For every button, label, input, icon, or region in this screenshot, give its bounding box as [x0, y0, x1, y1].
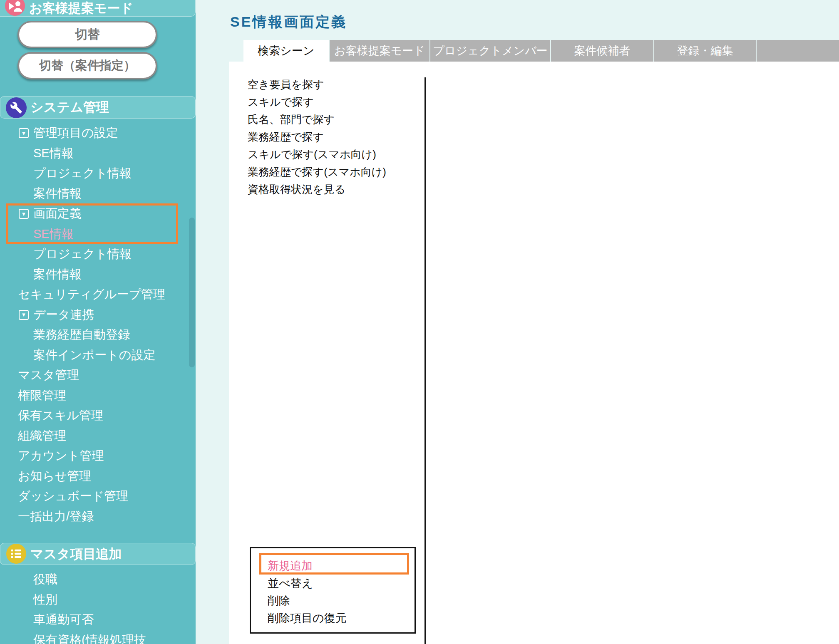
sidebar-item-label: 性別 [33, 592, 57, 608]
scene-item-find-by-name-department[interactable]: 氏名、部門で探す [248, 111, 386, 128]
master-items-section-title: マスタ項目追加 [30, 543, 122, 565]
sidebar-item-label: 案件情報 [33, 266, 82, 283]
sidebar-item-dashboard-admin[interactable]: ダッシュボード管理 [0, 486, 196, 507]
expander-down-icon[interactable]: ▼ [19, 128, 29, 138]
sidebar-section-system-admin[interactable]: システム管理 [0, 96, 196, 119]
sidebar-item-label: 管理項目の設定 [33, 125, 118, 141]
sidebar-item-label: 画面定義 [33, 206, 82, 222]
action-restore-deleted[interactable]: 削除項目の復元 [251, 609, 415, 627]
sidebar-item-label: マスタ管理 [18, 367, 79, 384]
sidebar-item-label: 役職 [33, 571, 57, 588]
sidebar-item-se-info-settings[interactable]: SE情報 [0, 144, 196, 164]
sidebar-item-gender[interactable]: 性別 [0, 590, 196, 610]
tab-search-scene[interactable]: 検索シーン [243, 40, 329, 62]
people-icon [5, 0, 25, 16]
content-divider-line [424, 77, 426, 644]
sidebar-item-data-linkage[interactable]: ▼ データ連携 [0, 305, 196, 325]
sidebar-item-se-info-screen-definition[interactable]: SE情報 [0, 224, 196, 245]
action-add-new[interactable]: 新規追加 [251, 557, 415, 575]
list-icon [6, 544, 26, 564]
sidebar-item-master-admin[interactable]: マスタ管理 [0, 365, 196, 386]
sidebar-section-customer-proposal[interactable]: お客様提案モード [0, 0, 196, 17]
master-items-menu: 役職 性別 車通勤可否 保有資格(情報処理技 [0, 570, 196, 644]
sidebar: お客様提案モード 切替 切替（案件指定） システム管理 ▼ 管理項目の設定 [0, 0, 196, 644]
sidebar-item-label: 車通勤可否 [33, 612, 94, 628]
sidebar-item-label: 権限管理 [18, 387, 66, 404]
sidebar-section-master-items[interactable]: マスタ項目追加 [0, 543, 196, 565]
sidebar-item-security-group-admin[interactable]: セキュリティグループ管理 [0, 285, 196, 305]
search-scene-list: 空き要員を探す スキルで探す 氏名、部門で探す 業務経歴で探す スキルで探す(ス… [248, 76, 386, 198]
scene-item-view-qualification-status[interactable]: 資格取得状況を見る [248, 181, 386, 198]
sidebar-item-organization-admin[interactable]: 組織管理 [0, 426, 196, 446]
tab-filler [757, 40, 839, 62]
tab-register-edit[interactable]: 登録・編集 [654, 40, 756, 62]
sidebar-item-label: データ連携 [33, 307, 94, 323]
sidebar-item-label: アカウント管理 [18, 448, 104, 464]
sidebar-item-case-info-screen-definition[interactable]: 案件情報 [0, 265, 196, 285]
sidebar-item-project-info-screen-definition[interactable]: プロジェクト情報 [0, 244, 196, 265]
sidebar-item-bulk-output-register[interactable]: 一括出力/登録 [0, 507, 196, 527]
sidebar-item-label: プロジェクト情報 [33, 246, 132, 263]
action-menu-box: 新規追加 並べ替え 削除 削除項目の復元 [250, 547, 416, 634]
sidebar-item-label: ダッシュボード管理 [18, 488, 128, 505]
tab-project-member[interactable]: プロジェクトメンバー [430, 40, 550, 62]
expander-down-icon[interactable]: ▼ [19, 310, 29, 320]
scene-item-find-by-skill[interactable]: スキルで探す [248, 93, 386, 111]
sidebar-item-project-info-settings[interactable]: プロジェクト情報 [0, 163, 196, 184]
wrench-icon [6, 97, 27, 118]
sidebar-scrollbar-thumb[interactable] [189, 218, 195, 367]
sidebar-item-label: セキュリティグループ管理 [18, 286, 165, 303]
page-title: SE情報画面定義 [230, 12, 347, 32]
sidebar-item-label: 案件インポートの設定 [33, 347, 155, 364]
sidebar-item-label: お知らせ管理 [18, 468, 91, 485]
scene-item-find-by-work-history[interactable]: 業務経歴で探す [248, 128, 386, 146]
sidebar-item-label: 保有資格(情報処理技 [33, 632, 146, 644]
sidebar-item-label: 組織管理 [18, 428, 66, 444]
sidebar-item-case-import-settings[interactable]: 案件インポートの設定 [0, 345, 196, 366]
scene-item-find-available-staff[interactable]: 空き要員を探す [248, 76, 386, 93]
scene-item-find-by-work-history-mobile[interactable]: 業務経歴で探す(スマホ向け) [248, 163, 386, 181]
tab-customer-proposal-mode[interactable]: お客様提案モード [330, 40, 429, 62]
expander-down-icon[interactable]: ▼ [19, 209, 29, 219]
sidebar-item-label: 保有スキル管理 [18, 407, 103, 424]
sidebar-item-notice-admin[interactable]: お知らせ管理 [0, 466, 196, 487]
action-delete[interactable]: 削除 [251, 592, 415, 609]
sidebar-item-job-title[interactable]: 役職 [0, 570, 196, 590]
sidebar-item-permission-admin[interactable]: 権限管理 [0, 386, 196, 406]
action-reorder[interactable]: 並べ替え [251, 575, 415, 592]
sidebar-item-car-commute[interactable]: 車通勤可否 [0, 610, 196, 630]
sidebar-item-label: 一括出力/登録 [18, 508, 94, 525]
scene-item-find-by-skill-mobile[interactable]: スキルで探す(スマホ向け) [248, 146, 386, 163]
customer-proposal-section-title: お客様提案モード [29, 0, 133, 16]
system-admin-menu: ▼ 管理項目の設定 SE情報 プロジェクト情報 案件情報 ▼ 画面定義 SE情報… [0, 123, 196, 527]
sidebar-item-case-info-settings[interactable]: 案件情報 [0, 184, 196, 204]
sidebar-item-managed-fields-settings[interactable]: ▼ 管理項目の設定 [0, 123, 196, 144]
tab-bar: 検索シーン お客様提案モード プロジェクトメンバー 案件候補者 登録・編集 [243, 40, 839, 62]
tab-case-candidate[interactable]: 案件候補者 [551, 40, 653, 62]
sidebar-item-screen-definition[interactable]: ▼ 画面定義 [0, 204, 196, 224]
se-screen-definition-page: お客様提案モード 切替 切替（案件指定） システム管理 ▼ 管理項目の設定 [0, 0, 839, 644]
sidebar-item-label: SE情報 [33, 145, 74, 162]
sidebar-item-label: 業務経歴自動登録 [33, 327, 130, 343]
sidebar-item-work-history-auto-register[interactable]: 業務経歴自動登録 [0, 325, 196, 345]
sidebar-item-label: 案件情報 [33, 186, 82, 202]
action-menu-list: 新規追加 並べ替え 削除 削除項目の復元 [251, 557, 415, 627]
sidebar-item-label: プロジェクト情報 [33, 165, 132, 182]
switch-with-case-button[interactable]: 切替（案件指定） [17, 52, 157, 79]
sidebar-item-skill-admin[interactable]: 保有スキル管理 [0, 406, 196, 426]
switch-button[interactable]: 切替 [17, 21, 157, 48]
system-admin-section-title: システム管理 [30, 97, 109, 118]
sidebar-item-account-admin[interactable]: アカウント管理 [0, 446, 196, 466]
sidebar-item-qualifications[interactable]: 保有資格(情報処理技 [0, 630, 196, 644]
sidebar-item-label: SE情報 [33, 226, 74, 243]
